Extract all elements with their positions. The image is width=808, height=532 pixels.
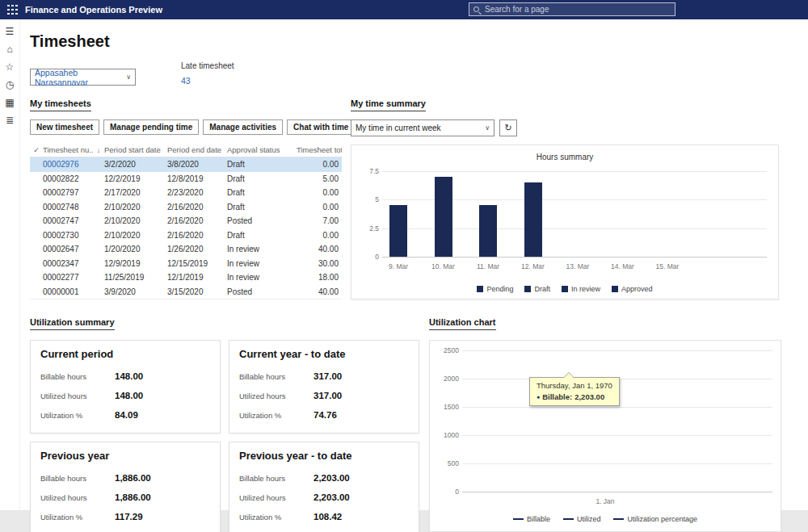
metric-label: Utilized hours	[40, 493, 115, 502]
workspaces-icon[interactable]: ▦	[2, 97, 18, 109]
timesheet-row[interactable]: 0000234712/9/201912/15/2019In review30.0…	[30, 257, 342, 271]
column-header-approval-status[interactable]: Approval status	[227, 145, 297, 154]
time-summary-filter-row: My time in current week ∨ ↻	[351, 119, 781, 136]
approval-status: In review	[227, 245, 297, 253]
timesheet-number-link[interactable]: 00002277	[43, 273, 93, 282]
timesheet-number-link[interactable]: 00002747	[43, 216, 93, 225]
card-title: Current year - to date	[239, 348, 409, 360]
recent-clock-icon[interactable]: ◷	[2, 79, 18, 91]
hours-summary-legend: PendingDraftIn reviewApproved	[351, 285, 778, 293]
bar-12-mar[interactable]	[524, 182, 542, 257]
page-controls: Appasaheb Narasannavar ∨ Late timesheet …	[30, 61, 808, 86]
column-header-timesheet-total[interactable]: Timesheet total	[297, 145, 342, 154]
utilization-summary-section-title[interactable]: Utilization summary	[30, 317, 115, 330]
legend-item-utilized[interactable]: Utilized	[563, 515, 601, 523]
period-start-date: 3/9/2020	[104, 287, 167, 296]
y-axis-tick-label: 2000	[438, 375, 459, 383]
column-header-period-end-date[interactable]: Period end date	[167, 145, 227, 154]
late-timesheet-count-link[interactable]: 43	[181, 76, 234, 86]
timesheet-number-link[interactable]: 00002748	[43, 203, 93, 212]
timesheet-number-link[interactable]: 00002647	[43, 245, 93, 253]
timesheet-total: 40.00	[297, 245, 342, 253]
timesheet-row[interactable]: 000029763/2/20203/8/2020Draft0.00	[30, 157, 342, 172]
metric-value: 117.29	[115, 512, 143, 522]
utilization-cards-grid: Current period Billable hours148.00 Util…	[30, 340, 419, 532]
y-axis-tick-label: 1000	[438, 431, 459, 439]
select-all-check-icon[interactable]: ✓	[30, 146, 43, 154]
timesheet-number-link[interactable]: 00002730	[43, 231, 93, 240]
modules-list-icon[interactable]: ≣	[2, 115, 18, 127]
legend-item-approved[interactable]: Approved	[612, 285, 653, 293]
period-end-date: 2/16/2020	[167, 203, 227, 212]
timesheet-row[interactable]: 000027472/10/20202/16/2020Posted7.00	[30, 214, 342, 228]
metric-value: 1,886.00	[115, 492, 151, 502]
legend-item-pending[interactable]: Pending	[477, 285, 513, 293]
metric-label: Billable hours	[239, 474, 314, 483]
period-end-date: 12/15/2019	[167, 259, 227, 268]
timesheets-grid: ✓ Timesheet nu... ↓ Period start date Pe…	[30, 143, 342, 300]
timesheet-total: 40.00	[297, 287, 342, 296]
my-timesheets-section-title[interactable]: My timesheets	[30, 98, 91, 111]
timesheet-number-link[interactable]: 00002347	[43, 259, 93, 268]
search-input[interactable]	[483, 4, 671, 15]
period-start-date: 2/17/2020	[104, 188, 167, 197]
menu-icon[interactable]: ☰	[2, 26, 18, 38]
period-start-date: 2/10/2020	[104, 216, 167, 225]
timesheet-total: 30.00	[297, 259, 342, 268]
timesheet-number-link[interactable]: 00002797	[43, 188, 93, 197]
legend-line-marker	[563, 518, 574, 520]
current-period-card: Current period Billable hours148.00 Util…	[30, 340, 221, 434]
time-range-dropdown[interactable]: My time in current week ∨	[351, 119, 494, 136]
column-header-period-start-date[interactable]: Period start date	[104, 145, 167, 154]
timesheet-row[interactable]: 0000227711/25/201912/1/2019In review18.0…	[30, 270, 342, 285]
timesheet-row[interactable]: 000027302/10/20202/16/2020Draft0.00	[30, 228, 342, 243]
period-end-date: 3/15/2020	[167, 287, 227, 296]
timesheets-grid-body: 000029763/2/20203/8/2020Draft0.000000282…	[30, 157, 342, 299]
legend-item-utilization-percentage[interactable]: Utilization percentage	[613, 515, 697, 523]
refresh-button[interactable]: ↻	[499, 119, 517, 136]
approval-status: Posted	[227, 287, 297, 296]
timesheet-row[interactable]: 000000013/9/20203/15/2020Posted40.00	[30, 285, 342, 300]
timesheet-row[interactable]: 000027482/10/20202/16/2020Draft0.00	[30, 200, 342, 215]
manage-pending-time-button[interactable]: Manage pending time	[103, 119, 199, 135]
person-selector-dropdown[interactable]: Appasaheb Narasannavar ∨	[30, 69, 136, 86]
favorites-star-icon[interactable]: ☆	[2, 61, 18, 73]
legend-item-in-review[interactable]: In review	[562, 285, 600, 293]
utilization-chart-section-title[interactable]: Utilization chart	[429, 317, 496, 330]
approval-status: Draft	[227, 231, 297, 240]
approval-status: Posted	[227, 216, 297, 225]
bar-10-mar[interactable]	[435, 177, 452, 257]
y-axis-tick-label: 0	[438, 488, 459, 496]
timesheet-number-link[interactable]: 00000001	[43, 287, 93, 296]
legend-item-billable[interactable]: Billable	[513, 515, 550, 523]
timesheet-row[interactable]: 0000282212/2/201912/8/2019Draft5.00	[30, 172, 342, 186]
period-start-date: 12/9/2019	[104, 259, 167, 268]
legend-item-draft[interactable]: Draft	[524, 285, 550, 293]
card-title: Previous year - to date	[239, 450, 409, 462]
bar-9-mar[interactable]	[389, 205, 407, 257]
timesheet-row[interactable]: 000027972/17/20202/23/2020Draft0.00	[30, 186, 342, 200]
page-search-box[interactable]	[469, 2, 675, 16]
current-year-to-date-card: Current year - to date Billable hours317…	[229, 340, 419, 434]
chevron-down-icon: ∨	[485, 124, 490, 132]
sort-descending-icon[interactable]: ↓	[93, 146, 104, 154]
app-launcher-waffle-icon[interactable]	[7, 5, 18, 15]
bar-11-mar[interactable]	[479, 205, 497, 257]
period-start-date: 1/20/2020	[104, 245, 167, 253]
new-timesheet-button[interactable]: New timesheet	[30, 119, 99, 135]
column-header-timesheet-number[interactable]: Timesheet nu...	[43, 145, 93, 154]
y-axis-tick-label: 500	[438, 459, 459, 467]
home-icon[interactable]: ⌂	[2, 44, 18, 56]
timesheet-total: 7.00	[297, 216, 342, 225]
manage-activities-button[interactable]: Manage activities	[203, 119, 283, 135]
gridline	[462, 407, 772, 408]
timesheet-number-link[interactable]: 00002976	[43, 160, 93, 169]
timesheets-grid-header: ✓ Timesheet nu... ↓ Period start date Pe…	[30, 143, 342, 157]
timesheet-row[interactable]: 000026471/20/20201/26/2020In review40.00	[30, 242, 342, 257]
timesheet-number-link[interactable]: 00002822	[43, 174, 93, 183]
period-start-date: 12/2/2019	[104, 174, 167, 183]
my-time-summary-section-title[interactable]: My time summary	[351, 98, 426, 111]
legend-line-marker	[513, 518, 524, 520]
metric-value: 2,203.00	[314, 492, 350, 502]
x-axis-tick-label: 12. Mar	[513, 262, 553, 270]
